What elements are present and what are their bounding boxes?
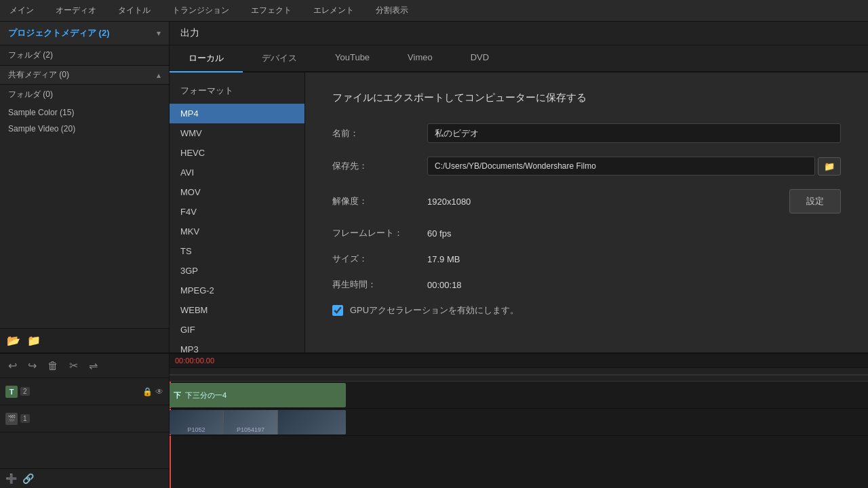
- sidebar-item-sample-video[interactable]: Sample Video (20): [0, 121, 169, 137]
- timeline-toolbar: ↩ ↪ 🗑 ✂ ⇌: [0, 354, 169, 378]
- format-item-3gp[interactable]: 3GP: [170, 261, 304, 281]
- timeline-section: ↩ ↪ 🗑 ✂ ⇌ T 2 🔒 👁 🎬 1: [0, 352, 868, 488]
- sidebar-project-media-header: プロジェクトメディア (2) ▾: [0, 22, 169, 45]
- sidebar-shared-folder-label: フォルダ (0): [8, 89, 53, 100]
- settings-duration-row: 再生時間： 00:00:18: [332, 279, 841, 291]
- settings-name-row: 名前：: [332, 123, 841, 143]
- output-content: フォーマット MP4 WMV HEVC AVI MOV F4V MKV TS 3…: [170, 73, 868, 352]
- thumb1-label: P1052: [187, 426, 205, 433]
- format-item-f4v[interactable]: F4V: [170, 202, 304, 222]
- sidebar-item-shared-folder[interactable]: フォルダ (0): [0, 85, 169, 104]
- delete-button[interactable]: 🗑: [45, 359, 61, 373]
- format-label: フォーマット: [170, 81, 304, 104]
- media-area: インポート ▾ 録画/録音 ▾ ⚙ ⊞ 🔍 🎵: [170, 22, 868, 352]
- timeline-left: ↩ ↪ 🗑 ✂ ⇌ T 2 🔒 👁 🎬 1: [0, 354, 170, 488]
- topbar-item-element[interactable]: エレメント: [309, 2, 358, 19]
- middle-section: プロジェクトメディア (2) ▾ フォルダ (2) 共有メディア (0) ▴ フ…: [0, 22, 868, 352]
- settings-framerate-row: フレームレート： 60 fps: [332, 227, 841, 239]
- format-item-mp4[interactable]: MP4: [170, 104, 304, 123]
- timeline-time: 00:00:00.00: [170, 354, 868, 368]
- topbar-item-effect[interactable]: エフェクト: [247, 2, 296, 19]
- timeline-right: 00:00:00.00 /* generated below */ 下 下三分の…: [170, 354, 868, 488]
- settings-duration-value: 00:00:18: [427, 280, 841, 290]
- tab-youtube[interactable]: YouTube: [316, 45, 389, 73]
- output-panel: 出力 ローカル デバイス YouTube Vimeo DVD フォー: [170, 22, 868, 352]
- timeline-track-controls: T 2 🔒 👁 🎬 1: [0, 378, 169, 468]
- redo-button[interactable]: ↪: [25, 358, 39, 373]
- format-item-mov[interactable]: MOV: [170, 182, 304, 202]
- settings-name-label: 名前：: [332, 127, 427, 140]
- track-video-icon: 🎬: [5, 413, 18, 425]
- format-item-avi[interactable]: AVI: [170, 163, 304, 182]
- topbar-item-main[interactable]: メイン: [5, 2, 38, 19]
- gpu-checkbox[interactable]: [332, 305, 343, 316]
- tab-local[interactable]: ローカル: [170, 45, 243, 73]
- format-item-mp3[interactable]: MP3: [170, 340, 304, 352]
- settings-path-input[interactable]: [427, 157, 815, 176]
- topbar-item-split[interactable]: 分割表示: [372, 2, 412, 19]
- sidebar-item-folder[interactable]: フォルダ (2): [0, 45, 169, 65]
- topbar-item-audio[interactable]: オーディオ: [52, 2, 100, 19]
- track-lock-icon[interactable]: 🔒: [142, 387, 153, 396]
- track-eye-icon[interactable]: 👁: [155, 387, 163, 396]
- format-item-hevc[interactable]: HEVC: [170, 143, 304, 163]
- thumb2-label: P1054197: [237, 426, 264, 433]
- settings-resolution-row: 解像度： 1920x1080 設定: [332, 189, 841, 214]
- format-item-wmv[interactable]: WMV: [170, 123, 304, 143]
- undo-button[interactable]: ↩: [5, 358, 20, 373]
- track-num-badge: 2: [20, 387, 30, 396]
- track-control-video: 🎬 1: [0, 405, 169, 432]
- sidebar-shared-media-title: 共有メディア (0): [8, 69, 69, 81]
- topbar-item-title[interactable]: タイトル: [114, 2, 155, 19]
- format-panel: フォーマット MP4 WMV HEVC AVI MOV F4V MKV TS 3…: [170, 73, 305, 352]
- settings-framerate-value: 60 fps: [427, 228, 841, 239]
- settings-title: ファイルにエクスポートしてコンピューターに保存する: [332, 92, 841, 104]
- timeline-track-text: 下 下三分の一4: [170, 382, 868, 409]
- open-folder-icon[interactable]: 📂: [7, 334, 20, 347]
- tab-vimeo[interactable]: Vimeo: [389, 45, 452, 73]
- format-item-ts[interactable]: TS: [170, 241, 304, 261]
- browse-folder-button[interactable]: 📁: [818, 157, 841, 176]
- sidebar: プロジェクトメディア (2) ▾ フォルダ (2) 共有メディア (0) ▴ フ…: [0, 22, 170, 352]
- sidebar-folder-label: フォルダ (2): [8, 49, 53, 61]
- settings-name-input[interactable]: [427, 123, 841, 143]
- gpu-checkbox-row: GPUアクセラレーションを有効にします。: [332, 304, 841, 317]
- settings-size-value: 17.9 MB: [427, 254, 841, 264]
- sidebar-item-sample-color[interactable]: Sample Color (15): [0, 104, 169, 121]
- tab-device[interactable]: デバイス: [243, 45, 316, 73]
- settings-size-row: サイズ： 17.9 MB: [332, 253, 841, 265]
- settings-resolution-label: 解像度：: [332, 195, 427, 207]
- speed-button[interactable]: ⇌: [86, 358, 100, 373]
- settings-saveto-row: 保存先： 📁: [332, 157, 841, 176]
- timeline-clip-text[interactable]: 下 下三分の一4: [170, 383, 346, 407]
- link-icon[interactable]: 🔗: [22, 473, 34, 484]
- settings-path-row: 📁: [427, 157, 841, 176]
- settings-saveto-label: 保存先：: [332, 160, 427, 172]
- cut-button[interactable]: ✂: [66, 358, 81, 373]
- add-folder-icon[interactable]: 📁: [27, 334, 41, 347]
- top-bar: メイン オーディオ タイトル トランジション エフェクト エレメント 分割表示: [0, 0, 868, 22]
- add-track-icon[interactable]: ➕: [5, 473, 17, 484]
- topbar-item-transition[interactable]: トランジション: [168, 2, 233, 19]
- tab-dvd[interactable]: DVD: [452, 45, 508, 73]
- format-item-mpeg2[interactable]: MPEG-2: [170, 281, 304, 300]
- format-item-gif[interactable]: GIF: [170, 320, 304, 340]
- gpu-checkbox-label: GPUアクセラレーションを有効にします。: [350, 304, 519, 317]
- timeline-clip-video[interactable]: P1052 P1054197: [170, 410, 346, 434]
- settings-resolution-value: 1920x1080: [427, 197, 778, 207]
- sidebar-shared-chevron-icon[interactable]: ▴: [157, 70, 161, 80]
- track-control-text: T 2 🔒 👁: [0, 378, 169, 405]
- track-num-badge-2: 1: [20, 414, 30, 423]
- full-layout: プロジェクトメディア (2) ▾ フォルダ (2) 共有メディア (0) ▴ フ…: [0, 22, 868, 488]
- output-tabs: ローカル デバイス YouTube Vimeo DVD: [170, 45, 868, 73]
- format-item-mkv[interactable]: MKV: [170, 222, 304, 241]
- sidebar-collapse-icon[interactable]: ▾: [157, 28, 161, 38]
- clip-text-label: 下三分の一4: [185, 390, 226, 401]
- settings-panel: ファイルにエクスポートしてコンピューターに保存する 名前： 保存先：: [305, 73, 868, 352]
- settings-framerate-label: フレームレート：: [332, 227, 427, 239]
- timeline-tracks: 下 下三分の一4 P1052 P1054197: [170, 382, 868, 488]
- settings-config-button[interactable]: 設定: [789, 189, 841, 214]
- add-track-row: ➕ 🔗: [0, 468, 169, 488]
- output-title: 出力: [180, 27, 199, 38]
- format-item-webm[interactable]: WEBM: [170, 300, 304, 320]
